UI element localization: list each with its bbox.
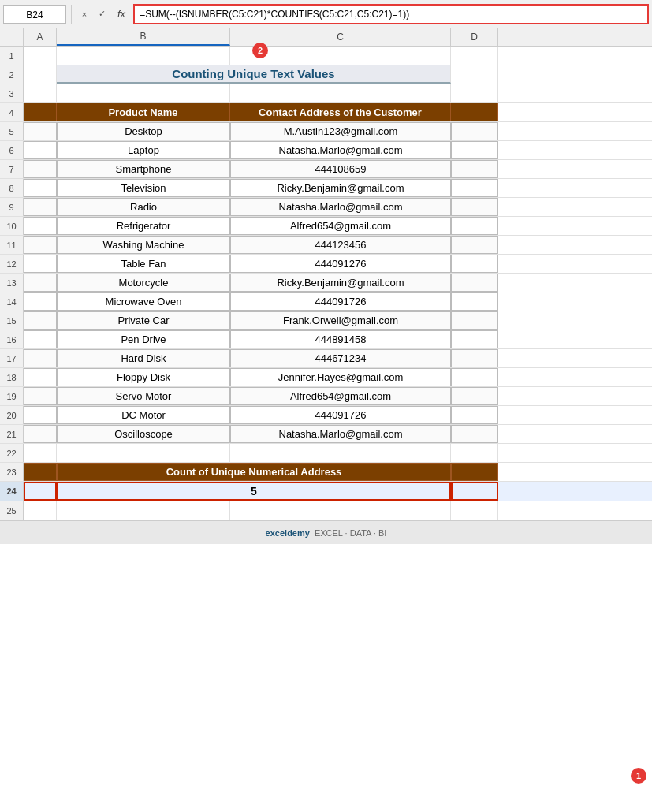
cell-b1[interactable]	[57, 47, 230, 65]
cell-d18[interactable]	[451, 368, 498, 386]
cell-d8[interactable]	[451, 179, 498, 197]
cell-b10[interactable]: Refrigerator	[57, 217, 230, 235]
cell-d15[interactable]	[451, 311, 498, 330]
cell-a14[interactable]	[24, 292, 57, 311]
cell-c7[interactable]: 444108659	[230, 160, 451, 178]
cell-a11[interactable]	[24, 236, 57, 254]
cell-a19[interactable]	[24, 387, 57, 405]
cell-c13[interactable]: Ricky.Benjamin@gmail.com	[230, 274, 451, 292]
cell-d19[interactable]	[451, 387, 498, 405]
cell-d22[interactable]	[451, 444, 498, 462]
cell-d12[interactable]	[451, 255, 498, 273]
cell-a21[interactable]	[24, 425, 57, 443]
cell-d14[interactable]	[451, 292, 498, 311]
cell-d25[interactable]	[451, 501, 498, 520]
cell-c9[interactable]: Natasha.Marlo@gmail.com	[230, 198, 451, 216]
cell-a5[interactable]	[24, 122, 57, 140]
cell-a13[interactable]	[24, 274, 57, 292]
cell-contact-header[interactable]: Contact Address of the Customer	[230, 103, 451, 121]
cell-d10[interactable]	[451, 217, 498, 235]
cell-c15[interactable]: Frank.Orwell@gmail.com	[230, 311, 451, 330]
cell-b20[interactable]: DC Motor	[57, 406, 230, 424]
cell-b21[interactable]: Oscilloscope	[57, 425, 230, 443]
cell-b12[interactable]: Table Fan	[57, 255, 230, 273]
cell-c8[interactable]: Ricky.Benjamin@gmail.com	[230, 179, 451, 197]
cell-d4[interactable]	[451, 103, 498, 121]
cell-d3[interactable]	[451, 84, 498, 102]
cell-d21[interactable]	[451, 425, 498, 443]
cell-d9[interactable]	[451, 198, 498, 216]
cell-b17[interactable]: Hard Disk	[57, 349, 230, 367]
cell-a9[interactable]	[24, 198, 57, 216]
cell-b13[interactable]: Motorcycle	[57, 274, 230, 292]
col-header-b[interactable]: B	[57, 28, 230, 46]
cell-d5[interactable]	[451, 122, 498, 140]
cell-d20[interactable]	[451, 406, 498, 424]
cell-a12[interactable]	[24, 255, 57, 273]
cell-c12[interactable]: 444091276	[230, 255, 451, 273]
cell-summary-value[interactable]: 5	[57, 482, 451, 501]
cell-a7[interactable]	[24, 160, 57, 178]
cell-d17[interactable]	[451, 349, 498, 367]
cell-b18[interactable]: Floppy Disk	[57, 368, 230, 386]
cell-a18[interactable]	[24, 368, 57, 386]
cell-c3[interactable]	[230, 84, 451, 102]
cell-c20[interactable]: 444091726	[230, 406, 451, 424]
cell-title[interactable]: Counting Unique Text Values	[57, 65, 451, 84]
cell-b8[interactable]: Television	[57, 179, 230, 197]
cell-b6[interactable]: Laptop	[57, 141, 230, 159]
cell-a20[interactable]	[24, 406, 57, 424]
cell-b7[interactable]: Smartphone	[57, 160, 230, 178]
cell-b14[interactable]: Microwave Oven	[57, 292, 230, 311]
formula-confirm-icon[interactable]: ✓	[94, 6, 110, 22]
cell-d2[interactable]	[451, 65, 498, 84]
cell-d13[interactable]	[451, 274, 498, 292]
cell-d23[interactable]	[451, 463, 498, 481]
cell-b11[interactable]: Washing Machine	[57, 236, 230, 254]
cell-a6[interactable]	[24, 141, 57, 159]
cell-c19[interactable]: Alfred654@gmail.com	[230, 387, 451, 405]
cell-c14[interactable]: 444091726	[230, 292, 451, 311]
cell-a10[interactable]	[24, 217, 57, 235]
cell-a16[interactable]	[24, 330, 57, 348]
cell-d24[interactable]	[451, 482, 498, 501]
cell-d7[interactable]	[451, 160, 498, 178]
cell-c17[interactable]: 444671234	[230, 349, 451, 367]
cell-d16[interactable]	[451, 330, 498, 348]
cell-d11[interactable]	[451, 236, 498, 254]
col-header-d[interactable]: D	[451, 28, 498, 46]
cell-c6[interactable]: Natasha.Marlo@gmail.com	[230, 141, 451, 159]
cell-d1[interactable]	[451, 47, 498, 65]
cell-a17[interactable]	[24, 349, 57, 367]
cell-c18[interactable]: Jennifer.Hayes@gmail.com	[230, 368, 451, 386]
cell-c5[interactable]: M.Austin123@gmail.com	[230, 122, 451, 140]
cell-a15[interactable]	[24, 311, 57, 330]
cell-a4[interactable]	[24, 103, 57, 121]
cell-a2[interactable]	[24, 65, 57, 84]
cell-summary-header[interactable]: Count of Unique Numerical Address	[57, 463, 451, 481]
cell-a25[interactable]	[24, 501, 57, 520]
cell-a24[interactable]	[24, 482, 57, 501]
cell-a1[interactable]	[24, 47, 57, 65]
cell-b15[interactable]: Private Car	[57, 311, 230, 330]
cell-a8[interactable]	[24, 179, 57, 197]
cell-b25[interactable]	[57, 501, 230, 520]
cell-a22[interactable]	[24, 444, 57, 462]
cell-product-header[interactable]: Product Name	[57, 103, 230, 121]
formula-input[interactable]: =SUM(--(ISNUMBER(C5:C21)*COUNTIFS(C5:C21…	[133, 4, 649, 24]
cell-b5[interactable]: Desktop	[57, 122, 230, 140]
cell-b22[interactable]	[57, 444, 230, 462]
formula-cancel-icon[interactable]: ×	[76, 6, 92, 22]
cell-b9[interactable]: Radio	[57, 198, 230, 216]
cell-d6[interactable]	[451, 141, 498, 159]
cell-a3[interactable]	[24, 84, 57, 102]
cell-c22[interactable]	[230, 444, 451, 462]
cell-c25[interactable]	[230, 501, 451, 520]
cell-b19[interactable]: Servo Motor	[57, 387, 230, 405]
cell-c21[interactable]: Natasha.Marlo@gmail.com	[230, 425, 451, 443]
cell-reference-box[interactable]: B24	[3, 5, 66, 24]
cell-b3[interactable]	[57, 84, 230, 102]
cell-b16[interactable]: Pen Drive	[57, 330, 230, 348]
cell-c16[interactable]: 444891458	[230, 330, 451, 348]
cell-a23[interactable]	[24, 463, 57, 481]
